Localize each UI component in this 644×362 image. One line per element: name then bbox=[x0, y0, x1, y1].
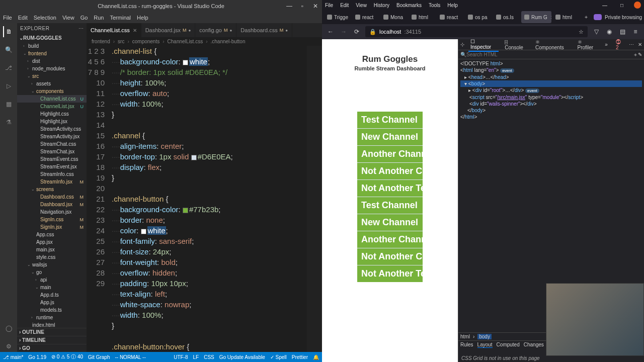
rules-tab[interactable]: Changes bbox=[524, 342, 544, 348]
tree-item[interactable]: SignIn.jsxM bbox=[17, 223, 87, 231]
tree-item[interactable]: index.html bbox=[17, 321, 87, 328]
browser-tab[interactable]: html bbox=[409, 11, 436, 23]
inspector-tab[interactable]: ☐ Inspector bbox=[468, 38, 499, 52]
tree-item[interactable]: Dashboard.jsxM bbox=[17, 201, 87, 208]
tree-item[interactable]: ⌄wailsjs bbox=[17, 261, 87, 268]
search-html-input[interactable] bbox=[466, 52, 633, 57]
tree-item[interactable]: App.css bbox=[17, 231, 87, 238]
tree-item[interactable]: App.jsx bbox=[17, 238, 87, 246]
tree-item[interactable]: Highlight.css bbox=[17, 110, 87, 118]
browser-tab[interactable]: Mona bbox=[380, 11, 408, 23]
error-count[interactable]: ⓵ 2 bbox=[616, 39, 625, 50]
menu-go[interactable]: Go bbox=[80, 15, 88, 21]
search-icon[interactable]: 🔍 bbox=[3, 44, 14, 55]
sidebar-section[interactable]: › OUTLINE bbox=[17, 328, 87, 336]
devtools-overflow-icon[interactable]: » bbox=[605, 42, 608, 47]
browser-tab[interactable]: Trigge bbox=[324, 11, 351, 23]
pick-element-icon[interactable]: ⊹ bbox=[460, 42, 464, 47]
menu-view[interactable]: View bbox=[62, 15, 74, 21]
reload-button[interactable]: ⟳ bbox=[352, 28, 361, 35]
tree-item[interactable]: ⌄frontend bbox=[17, 50, 87, 57]
menu-file[interactable]: File bbox=[3, 15, 12, 21]
breadcrumb-item[interactable]: frontend bbox=[92, 39, 110, 44]
channel-button[interactable]: Not Another Channel bbox=[357, 248, 423, 265]
app-menu-icon[interactable]: ≡ bbox=[631, 28, 640, 35]
language-mode[interactable]: CSS bbox=[204, 354, 214, 360]
rules-tab[interactable]: Rules bbox=[460, 342, 473, 348]
browser-menu-item[interactable]: Bookmarks bbox=[396, 3, 422, 8]
console-tab[interactable]: ⌸ Console bbox=[503, 38, 529, 51]
tree-item[interactable]: StreamInfo.jsxM bbox=[17, 178, 87, 186]
breadcrumb-item[interactable]: src bbox=[118, 39, 124, 44]
close-button[interactable] bbox=[634, 2, 641, 9]
extensions-icon[interactable]: ▦ bbox=[3, 99, 14, 110]
pocket-icon[interactable]: ▽ bbox=[592, 28, 601, 35]
prettier[interactable]: Prettier bbox=[292, 354, 308, 360]
browser-tab[interactable]: react bbox=[437, 11, 464, 23]
tree-item[interactable]: ChannelList.jsxU bbox=[17, 103, 87, 110]
breadcrumb-item[interactable]: ChannelList.css bbox=[168, 39, 203, 44]
breadcrumb-item[interactable]: .channel-button bbox=[211, 39, 246, 44]
go-version[interactable]: Go 1.19 bbox=[28, 354, 46, 360]
tree-item[interactable]: StreamEvent.jsx bbox=[17, 163, 87, 170]
menu-selection[interactable]: Selection bbox=[34, 15, 56, 21]
tree-item[interactable]: style.css bbox=[17, 253, 87, 261]
minimize-icon[interactable]: — bbox=[283, 0, 296, 12]
tree-item[interactable]: ⌄src bbox=[17, 72, 87, 80]
tree-item[interactable]: StreamInfo.css bbox=[17, 170, 87, 178]
tree-item[interactable]: StreamEvent.css bbox=[17, 155, 87, 163]
channel-button[interactable]: New Channel bbox=[357, 214, 423, 231]
menu-edit[interactable]: Edit bbox=[18, 15, 28, 21]
tree-item[interactable]: SignIn.cssM bbox=[17, 216, 87, 223]
tree-item[interactable]: StreamChat.jsx bbox=[17, 148, 87, 155]
diagnostics[interactable]: ⊘ 0 ⚠ 5 ⓘ 40 bbox=[51, 353, 83, 360]
run-debug-icon[interactable]: ▷ bbox=[3, 80, 14, 92]
tree-item[interactable]: ›dist bbox=[17, 57, 87, 65]
channel-button[interactable]: Another Channel bbox=[357, 231, 423, 248]
add-node-icon[interactable]: ＋ bbox=[633, 51, 638, 58]
channel-button[interactable]: Test Channel bbox=[357, 112, 423, 128]
tree-item[interactable]: ›runtime bbox=[17, 314, 87, 321]
rules-tab[interactable]: Computed bbox=[497, 342, 520, 348]
browser-menu-item[interactable]: File bbox=[325, 3, 333, 8]
project-root[interactable]: ⌄ RUM-GOGGLES bbox=[17, 33, 87, 42]
tree-item[interactable]: main.jsx bbox=[17, 246, 87, 253]
tree-item[interactable]: ›build bbox=[17, 42, 87, 50]
testing-icon[interactable]: ⚗ bbox=[3, 117, 14, 128]
gear-icon[interactable]: ⚙ bbox=[3, 341, 14, 352]
breadcrumbs[interactable]: frontend›src›components›ChannelList.css›… bbox=[87, 37, 322, 46]
tree-item[interactable]: ›assets bbox=[17, 80, 87, 87]
window-button[interactable]: □ bbox=[617, 1, 627, 9]
source-control-icon[interactable]: ⎇ bbox=[3, 62, 14, 73]
tree-item[interactable]: StreamActivity.css bbox=[17, 125, 87, 133]
bookmark-star-icon[interactable]: ☆ bbox=[579, 29, 584, 35]
go-update[interactable]: Go Update Available bbox=[219, 354, 265, 360]
browser-tab[interactable]: Rum G✕ bbox=[521, 11, 551, 23]
more-icon[interactable]: ⋯ bbox=[78, 26, 84, 31]
vscode-titlebar[interactable]: ChannelList.css - rum-goggles - Visual S… bbox=[0, 0, 322, 12]
menu-help[interactable]: Help bbox=[137, 15, 148, 21]
channel-button[interactable]: Another Channel bbox=[357, 145, 423, 162]
browser-menu-item[interactable]: History bbox=[374, 3, 389, 8]
profiler-tab[interactable]: ⚛ Profiler bbox=[576, 38, 601, 51]
menu-run[interactable]: Run bbox=[94, 15, 104, 21]
browser-menu-item[interactable]: Tools bbox=[429, 3, 440, 8]
eol[interactable]: LF bbox=[193, 354, 199, 360]
tree-item[interactable]: App.d.ts bbox=[17, 291, 87, 299]
tree-item[interactable]: ChannelList.cssU bbox=[17, 95, 87, 103]
devtools-settings-icon[interactable]: ⋯ bbox=[629, 42, 634, 47]
code-editor[interactable]: 1 2 3 4 5 6 7 8 9 10 11 12 13 14 15 16 1… bbox=[87, 46, 322, 352]
channel-button[interactable]: Not Another Channel bbox=[357, 162, 423, 179]
window-button[interactable]: — bbox=[600, 1, 610, 9]
browser-menu-item[interactable]: Help bbox=[447, 3, 458, 8]
tree-item[interactable]: ⌄components bbox=[17, 87, 87, 95]
git-graph[interactable]: Git Graph bbox=[88, 354, 110, 360]
url-bar[interactable]: 🔒 localhost:34115 ☆ bbox=[365, 26, 588, 37]
tree-item[interactable]: models.ts bbox=[17, 306, 87, 314]
minimap[interactable] bbox=[307, 46, 322, 352]
rules-tab[interactable]: Layout bbox=[477, 342, 493, 348]
browser-tab[interactable]: os.Is bbox=[493, 11, 520, 23]
browser-tab[interactable]: html bbox=[552, 11, 580, 23]
browser-tab[interactable]: os pa bbox=[465, 11, 492, 23]
extension-icon[interactable]: ◉ bbox=[605, 28, 614, 35]
